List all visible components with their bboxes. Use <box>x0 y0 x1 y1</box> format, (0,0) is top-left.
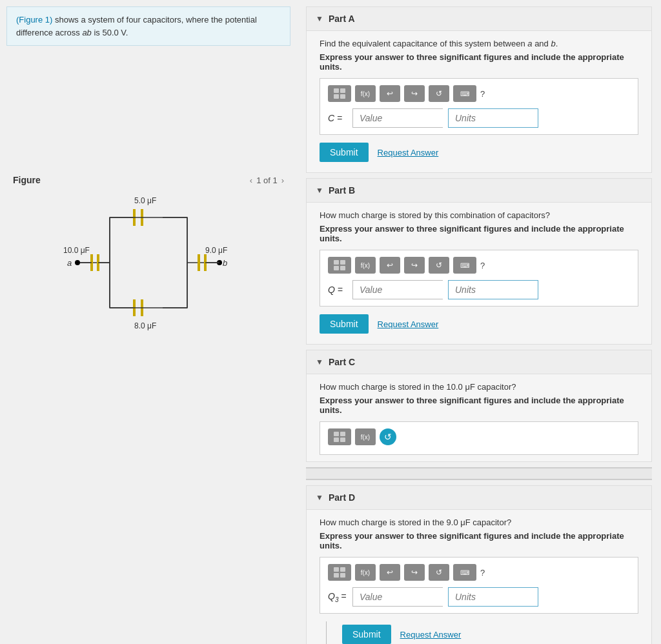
part-b-section: ▼ Part B How much charge is stored by th… <box>306 178 652 345</box>
svg-rect-37 <box>340 260 345 265</box>
part-a-input-label: C = <box>328 113 347 123</box>
part-a-redo-btn[interactable]: ↪ <box>404 85 425 102</box>
figure-link[interactable]: (Figure 1) <box>16 15 52 25</box>
svg-rect-40 <box>334 432 339 436</box>
part-a-collapse[interactable]: ▼ <box>316 14 323 23</box>
svg-rect-41 <box>340 432 345 436</box>
part-a-func-btn[interactable]: f(x) <box>355 85 376 102</box>
intro-box: (Figure 1) shows a system of four capaci… <box>6 6 290 46</box>
circuit-diagram: a b 10.0 μF <box>13 192 284 334</box>
next-arrow[interactable]: › <box>281 176 284 185</box>
svg-rect-44 <box>334 567 339 572</box>
svg-text:b: b <box>223 258 227 268</box>
part-c-question: How much charge is stored in the 10.0 μF… <box>320 382 638 392</box>
part-a-keyboard-btn[interactable]: ⌨ <box>453 85 476 102</box>
part-c-reset-btn[interactable]: ↺ <box>380 428 396 445</box>
part-d-request[interactable]: Request Answer <box>400 630 462 639</box>
part-c-section: ▼ Part C How much charge is stored in th… <box>306 350 652 462</box>
part-b-units-input[interactable] <box>448 280 538 299</box>
part-d-matrix-btn[interactable] <box>328 564 351 581</box>
part-c-header: ▼ Part C <box>307 350 651 374</box>
part-b-input-row: Q = <box>328 280 630 299</box>
part-d-units-input[interactable] <box>448 587 538 607</box>
part-d-redo-btn[interactable]: ↪ <box>404 564 425 581</box>
part-a-actions: Submit Request Answer <box>320 143 638 162</box>
svg-point-0 <box>75 260 80 265</box>
intro-text: shows a system of four capacitors, where… <box>16 15 257 37</box>
part-d-undo-btn[interactable]: ↩ <box>380 564 400 581</box>
part-d-instruction: Express your answer to three significant… <box>320 531 638 550</box>
part-d-value-input[interactable] <box>352 587 443 607</box>
part-b-header: ▼ Part B <box>307 179 651 203</box>
part-b-matrix-btn[interactable] <box>328 257 351 274</box>
part-c-toolbar: f(x) ↺ <box>328 428 630 445</box>
figure-page: 1 of 1 <box>256 176 278 185</box>
part-b-question: How much charge is stored by this combin… <box>320 210 638 220</box>
part-b-undo-btn[interactable]: ↩ <box>380 257 400 274</box>
part-b-request[interactable]: Request Answer <box>378 319 439 329</box>
part-b-label: Part B <box>329 185 355 196</box>
part-d-help[interactable]: ? <box>480 568 485 578</box>
svg-rect-42 <box>334 438 339 442</box>
part-b-submit[interactable]: Submit <box>320 314 369 334</box>
part-a-undo-btn[interactable]: ↩ <box>380 85 400 102</box>
part-d-answer-box: f(x) ↩ ↪ ↺ ⌨ ? Q3 = <box>320 557 638 614</box>
part-d-actions: Submit Request Answer <box>320 621 638 644</box>
part-d-body: How much charge is stored in the 9.0 μF … <box>307 510 651 644</box>
part-b-input-label: Q = <box>328 285 347 295</box>
part-a-request[interactable]: Request Answer <box>378 148 439 157</box>
part-d-header: ▼ Part D <box>307 486 651 510</box>
part-b-func-btn[interactable]: f(x) <box>355 257 376 274</box>
part-d-reset-btn[interactable]: ↺ <box>429 564 449 581</box>
part-c-collapse[interactable]: ▼ <box>316 357 323 367</box>
part-d-label: Part D <box>329 492 355 503</box>
svg-rect-34 <box>334 94 339 99</box>
part-a-matrix-btn[interactable] <box>328 85 351 102</box>
svg-rect-43 <box>340 438 345 442</box>
part-c-matrix-btn[interactable] <box>328 428 351 445</box>
svg-rect-32 <box>334 88 339 93</box>
part-b-reset-btn[interactable]: ↺ <box>429 257 449 274</box>
part-d-input-row: Q3 = <box>328 587 630 607</box>
figure-header: Figure ‹ 1 of 1 › <box>13 175 284 185</box>
svg-rect-36 <box>334 260 339 265</box>
svg-rect-46 <box>334 573 339 578</box>
part-a-submit[interactable]: Submit <box>320 143 369 162</box>
part-b-instruction: Express your answer to three significant… <box>320 224 638 243</box>
part-c-func-btn[interactable]: f(x) <box>355 428 376 445</box>
part-c-body: How much charge is stored in the 10.0 μF… <box>307 374 651 461</box>
svg-rect-39 <box>340 266 345 270</box>
part-a-question: Find the equivalent capacitance of this … <box>320 39 638 48</box>
part-b-value-input[interactable] <box>352 280 443 299</box>
part-a-toolbar: f(x) ↩ ↪ ↺ ⌨ ? <box>328 85 630 102</box>
part-c-instruction: Express your answer to three significant… <box>320 396 638 415</box>
part-d-toolbar: f(x) ↩ ↪ ↺ ⌨ ? <box>328 564 630 581</box>
svg-text:10.0 μF: 10.0 μF <box>63 246 90 255</box>
scroll-gap <box>306 467 652 480</box>
svg-text:a: a <box>67 258 72 268</box>
svg-rect-31 <box>110 217 187 308</box>
prev-arrow[interactable]: ‹ <box>250 176 252 185</box>
svg-rect-45 <box>340 567 345 572</box>
part-b-redo-btn[interactable]: ↪ <box>404 257 425 274</box>
part-b-keyboard-btn[interactable]: ⌨ <box>453 257 476 274</box>
part-a-value-input[interactable] <box>352 108 443 128</box>
part-d-collapse[interactable]: ▼ <box>316 493 323 502</box>
part-d-func-btn[interactable]: f(x) <box>355 564 376 581</box>
part-a-help[interactable]: ? <box>480 89 485 99</box>
part-c-answer-box: f(x) ↺ <box>320 421 638 455</box>
part-a-input-row: C = <box>328 108 630 128</box>
part-d-submit[interactable]: Submit <box>342 625 391 644</box>
svg-text:8.0 μF: 8.0 μF <box>134 321 156 330</box>
part-a-reset-btn[interactable]: ↺ <box>429 85 449 102</box>
svg-rect-33 <box>340 88 345 93</box>
part-d-question: How much charge is stored in the 9.0 μF … <box>320 518 638 527</box>
part-b-help[interactable]: ? <box>480 261 485 270</box>
part-a-section: ▼ Part A Find the equivalent capacitance… <box>306 6 652 173</box>
part-b-toolbar: f(x) ↩ ↪ ↺ ⌨ ? <box>328 257 630 274</box>
figure-label: Figure <box>13 175 41 185</box>
part-b-actions: Submit Request Answer <box>320 314 638 334</box>
part-a-units-input[interactable] <box>448 108 538 128</box>
part-b-collapse[interactable]: ▼ <box>316 186 323 195</box>
part-d-keyboard-btn[interactable]: ⌨ <box>453 564 476 581</box>
